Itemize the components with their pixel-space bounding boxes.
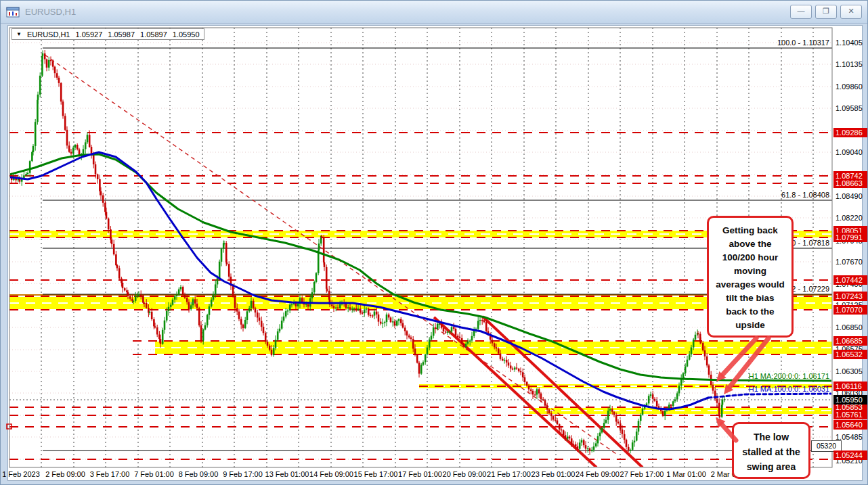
price-axis-label: 1.06850 bbox=[836, 323, 863, 331]
price-level-tag: 1.08663 bbox=[833, 179, 867, 188]
time-axis-label: 8 Feb 09:00 bbox=[179, 470, 219, 478]
price-level-tag: 1.07070 bbox=[833, 305, 867, 315]
price-axis-label: 1.09860 bbox=[836, 83, 863, 91]
ohlc-open: 1.05927 bbox=[76, 30, 103, 39]
price-axis-label: 1.10405 bbox=[836, 39, 863, 47]
time-axis-label: 7 Feb 01:00 bbox=[134, 470, 174, 478]
price-level-tag: 1.06532 bbox=[833, 350, 867, 359]
price-level-tag: 1.06685 bbox=[833, 336, 867, 346]
price-level-tag: 1.07243 bbox=[833, 292, 867, 301]
price-level-tag: 1.05244 bbox=[833, 451, 867, 460]
time-axis-label: 1 Feb 2023 bbox=[2, 470, 40, 478]
price-axis-label: 1.06305 bbox=[836, 367, 863, 375]
price-level-tag: 1.06116 bbox=[833, 382, 867, 391]
time-axis-label: 17 Feb 01:00 bbox=[398, 470, 442, 478]
time-axis-label: 3 Feb 17:00 bbox=[90, 470, 130, 478]
current-price-tag: 1.05950 bbox=[833, 395, 867, 405]
price-level-tag: 1.07991 bbox=[833, 233, 867, 242]
fib-level-label: 100.0 - 1.10317 bbox=[777, 39, 829, 47]
price-level-tag: 1.07442 bbox=[833, 275, 867, 285]
ohlc-high: 1.05987 bbox=[108, 30, 135, 39]
chart-window: EURUSD,H1 — ❐ ✕ ▼ EURUSD,H1 1.05927 1.05… bbox=[0, 0, 868, 485]
time-axis-label: 27 Feb 17:00 bbox=[620, 470, 664, 478]
time-axis-label: 14 Feb 09:00 bbox=[309, 470, 353, 478]
time-axis-label: 13 Feb 01:00 bbox=[265, 470, 309, 478]
symbol-ohlc-box: ▼ EURUSD,H1 1.05927 1.05987 1.05897 1.05… bbox=[12, 28, 204, 40]
annotation-box-upside[interactable]: Getting back above the 100/200 hour movi… bbox=[707, 216, 794, 338]
ohlc-symbol: EURUSD,H1 bbox=[27, 30, 70, 39]
price-level-tag: 1.05640 bbox=[833, 420, 867, 430]
price-level-tag: 1.09286 bbox=[833, 128, 867, 137]
fib-level-label: 61.8 - 1.08408 bbox=[781, 191, 829, 199]
ohlc-close: 1.05950 bbox=[173, 30, 200, 39]
time-axis-label: 23 Feb 01:00 bbox=[531, 470, 576, 478]
chevron-down-icon[interactable]: ▼ bbox=[16, 31, 22, 37]
ma200-label: H1 MA:200:0:0: 1.06171 bbox=[749, 372, 829, 380]
price-axis-label: 1.08220 bbox=[836, 214, 863, 222]
time-axis-label: 1 Mar 01:00 bbox=[666, 470, 706, 478]
price-axis-label: 1.10135 bbox=[836, 60, 863, 68]
price-axis-label: 1.05485 bbox=[836, 433, 863, 441]
time-axis-label: 24 Feb 09:00 bbox=[576, 470, 620, 478]
price-axis-label: 1.07670 bbox=[836, 258, 863, 266]
ohlc-low: 1.05897 bbox=[140, 30, 167, 39]
time-axis-label: 21 Feb 17:00 bbox=[487, 470, 531, 478]
annotation-box-swing-low[interactable]: The low stalled at the swing area bbox=[732, 422, 810, 479]
time-axis-label: 2 Feb 09:00 bbox=[45, 470, 85, 478]
time-axis-label: 9 Feb 17:00 bbox=[223, 470, 263, 478]
price-axis-label: 1.08490 bbox=[836, 192, 863, 200]
price-level-tag: 1.05761 bbox=[833, 410, 867, 419]
time-axis-label: 15 Feb 17:00 bbox=[354, 470, 398, 478]
time-axis-label: 20 Feb 09:00 bbox=[443, 470, 487, 478]
price-axis-label: 1.09585 bbox=[836, 104, 863, 112]
price-axis-label: 1.09040 bbox=[836, 148, 863, 156]
ma100-label: H1 MA:100:0:0: 1.06031 bbox=[749, 385, 829, 393]
